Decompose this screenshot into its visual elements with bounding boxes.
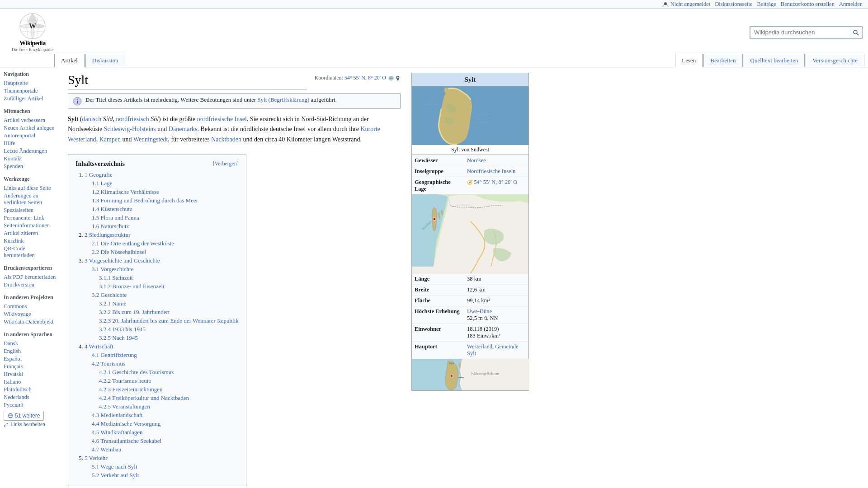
toc-item-4-7: 4.7 Weinbau (92, 446, 239, 453)
sidebar-item-verlinkte-aenderungen[interactable]: Änderungen an verlinkten Seiten (4, 192, 57, 206)
disambig-icon: i (73, 97, 82, 106)
sidebar-item-wikivoyage[interactable]: Wikivoyage (4, 310, 57, 318)
svg-text:Schleswig-Holstein: Schleswig-Holstein (471, 371, 499, 375)
sidebar-lang-english[interactable]: English (4, 347, 57, 355)
search-button[interactable] (849, 26, 862, 39)
sidebar-item-wikidata[interactable]: Wikidata-Datenobjekt (4, 318, 57, 326)
tab-history[interactable]: Versionsgeschichte (806, 54, 864, 67)
sidebar-lang-russian[interactable]: Русский (4, 401, 57, 409)
sidebar-tools: Werkzeuge Links auf diese Seite Änderung… (4, 176, 57, 259)
tab-edit[interactable]: Bearbeiten (703, 54, 742, 67)
infobox-value: 99,14 km² (464, 296, 528, 306)
toc-item-4-1: 4.1 Gentrifizierung (92, 352, 239, 359)
sidebar-item-qr[interactable]: QR-Code herunterladen (4, 245, 57, 259)
toc-item-3-2-5: 3.2.5 Nach 1945 (99, 334, 239, 342)
sidebar-lang-francais[interactable]: Français (4, 363, 57, 371)
toc-item-4-2-3: 4.2.3 Freizeiteinrichtungen (99, 386, 239, 393)
globe-coords-icon (388, 75, 394, 81)
sidebar-item-hauptseite[interactable]: Hauptseite (4, 80, 57, 87)
search-icon (853, 29, 859, 36)
infobox-table-2: Länge 38 km Breite 12,6 km Fläche 99,14 … (412, 273, 528, 359)
table-of-contents: Inhaltsverzeichnis [Verbergen] 1 Geograf… (68, 155, 246, 486)
sidebar-item-links-seite[interactable]: Links auf diese Seite (4, 184, 57, 192)
sidebar-lang-plattdeutsch[interactable]: Plattdüütsch (4, 386, 57, 394)
location-map: Nordsee (412, 194, 528, 273)
infobox-label: Breite (412, 285, 464, 296)
toc-toggle[interactable]: [Verbergen] (213, 160, 239, 168)
sidebar-item-kurzlink[interactable]: Kurzlink (4, 237, 57, 245)
toc-item-4-3: 4.3 Medienlandschaft (92, 412, 239, 419)
sidebar: Navigation Hauptseite Themenportale Zufä… (0, 67, 59, 488)
geo-compass-icon: 🧭 (467, 180, 472, 185)
sidebar-item-neu[interactable]: Neuen Artikel anlegen (4, 124, 57, 132)
sidebar-navigation: Navigation Hauptseite Themenportale Zufä… (4, 71, 57, 103)
login-link[interactable]: Anmelden (839, 1, 863, 8)
tab-article[interactable]: Artikel (54, 54, 85, 67)
infobox-label: Höchste Erhebung (412, 306, 464, 324)
disambig-link[interactable]: Sylt (Begriffsklärung) (257, 96, 309, 103)
lang-more-button[interactable]: 51 weitere (4, 411, 44, 421)
tab-source-edit[interactable]: Quelltext bearbeiten (744, 54, 805, 67)
infobox-value2b: 183 Einw./km² (467, 333, 500, 339)
logo-area: W Wikipedia Die freie Enzyklopädie (5, 11, 60, 54)
infobox-value: Uwe-Düne 52,5 m ü. NN (464, 306, 528, 324)
sidebar-item-spenden[interactable]: Spenden (4, 163, 57, 170)
coordinates-label: Koordinaten: (314, 75, 343, 81)
toc-item-5: 5 Verkehr 5.1 Wege nach Sylt 5.2 Verkehr… (85, 455, 239, 479)
infobox-row-einwohner: Einwohner 18.118 (2019) 183 Einw./km² (412, 324, 528, 342)
coordinates-link[interactable]: 54° 55′ N, 8° 20′ O (344, 75, 386, 81)
sidebar-item-pdf[interactable]: Als PDF herunterladen (4, 273, 57, 281)
sidebar-lang-dansk[interactable]: Dansk (4, 340, 57, 347)
infobox-map2: Sylt Schleswig-Holstein (412, 359, 528, 390)
toc-item-4-2: 4.2 Tourismus 4.2.1 Geschichte des Touri… (92, 360, 239, 410)
toc-item-4-6: 4.6 Transatlantische Seekabel (92, 437, 239, 445)
not-logged-in-link[interactable]: Nicht angemeldet (670, 1, 711, 8)
svg-point-14 (451, 375, 453, 377)
toc-title: Inhaltsverzeichnis [Verbergen] (75, 160, 239, 168)
tab-read[interactable]: Lesen (675, 54, 703, 67)
sidebar-item-verbessern[interactable]: Artikel verbessern (4, 117, 57, 124)
navigation-title: Navigation (4, 71, 57, 78)
toc-item-2-1: 2.1 Die Orte entlang der Westküste (92, 240, 239, 247)
sidebar-item-hilfe[interactable]: Hilfe (4, 140, 57, 147)
toc-item-3-1-1: 3.1.1 Steinzeit (99, 274, 239, 282)
sidebar-item-themenportale[interactable]: Themenportale (4, 87, 57, 95)
sidebar-item-druckversion[interactable]: Druckversion (4, 281, 57, 289)
infobox-row-breite: Breite 12,6 km (412, 285, 528, 296)
other-projects-title: In anderen Projekten (4, 294, 57, 301)
infobox-value: Nordsee (464, 155, 528, 166)
toc-item-3-1: 3.1 Vorgeschichte 3.1.1 Steinzeit 3.1.2 … (92, 266, 239, 290)
infobox-row-flaeche: Fläche 99,14 km² (412, 296, 528, 306)
sidebar-lang-espanol[interactable]: Español (4, 355, 57, 363)
map-pin-icon (395, 75, 401, 81)
sidebar-lang-italiano[interactable]: Italiano (4, 378, 57, 386)
infobox-row-laenge: Länge 38 km (412, 274, 528, 285)
sidebar-item-commons[interactable]: Commons (4, 303, 57, 310)
svg-text:Sylt: Sylt (449, 361, 454, 365)
wiki-logo[interactable]: W (19, 13, 46, 40)
discussion-link[interactable]: Diskussionsseite (715, 1, 752, 8)
links-bearbeiten-link[interactable]: Links bearbeiten (4, 421, 57, 428)
sidebar-item-zitieren[interactable]: Artikel zitieren (4, 230, 57, 237)
create-account-link[interactable]: Benutzerkonto erstellen (781, 1, 835, 8)
sidebar-item-autorenportal[interactable]: Autorenportal (4, 132, 57, 140)
toc-item-1-3: 1.3 Formung und Bedrohung durch das Meer (92, 197, 239, 204)
toc-item-1-1: 1.1 Lage (92, 180, 239, 187)
sidebar-item-zufaellig[interactable]: Zufälliger Artikel (4, 95, 57, 103)
sidebar-item-spezialseiten[interactable]: Spezialseiten (4, 206, 57, 214)
sidebar-item-aenderungen[interactable]: Letzte Änderungen (4, 147, 57, 155)
sidebar-item-seiteninformationen[interactable]: Seiteninformationen (4, 222, 57, 230)
search-input[interactable] (750, 26, 849, 39)
tab-discussion[interactable]: Diskussion (85, 54, 125, 67)
infobox-label: Einwohner (412, 324, 464, 342)
infobox-value: 12,6 km (464, 285, 528, 296)
toc-item-5-2: 5.2 Verkehr auf Sylt (92, 472, 239, 479)
contributions-link[interactable]: Beiträge (757, 1, 776, 8)
sidebar-lang-nederlands[interactable]: Nederlands (4, 394, 57, 401)
sidebar-lang-hrvatski[interactable]: Hrvatski (4, 371, 57, 378)
svg-line-5 (857, 33, 859, 35)
sidebar-item-kontakt[interactable]: Kontakt (4, 155, 57, 163)
sidebar-item-permalink[interactable]: Permanenter Link (4, 214, 57, 222)
infobox-value: Westerland, Gemeinde Sylt (464, 342, 528, 359)
toc-item-4-5: 4.5 Windkraftanlagen (92, 429, 239, 436)
